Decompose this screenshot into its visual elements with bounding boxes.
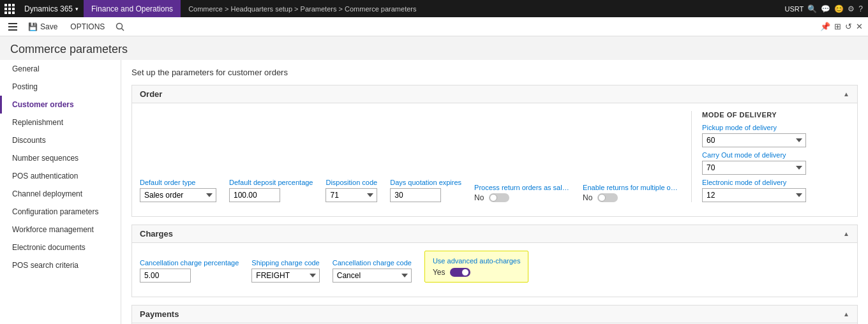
charges-section-header[interactable]: Charges ▲ xyxy=(132,225,857,243)
options-button[interactable]: OPTIONS xyxy=(65,21,110,33)
sidebar: GeneralPostingCustomer ordersReplenishme… xyxy=(0,60,121,324)
svg-line-4 xyxy=(122,28,124,31)
pin-icon[interactable]: 📌 xyxy=(820,22,830,31)
enable-returns-multiple-toggle[interactable] xyxy=(597,193,618,202)
user-label: USRT xyxy=(785,5,804,13)
help-icon[interactable]: ? xyxy=(858,4,863,13)
charges-section-title: Charges xyxy=(140,229,173,239)
mode-of-delivery-section: MODE OF DELIVERY Pickup mode of delivery… xyxy=(691,111,806,202)
default-deposit-pct-field: Default deposit percentage xyxy=(229,179,313,202)
order-chevron-icon: ▲ xyxy=(843,91,849,98)
use-advanced-auto-charges-label: Use advanced auto-charges xyxy=(433,257,521,265)
charges-form-row: Cancellation charge percentage Shipping … xyxy=(140,251,849,283)
use-advanced-auto-charges-value: Yes xyxy=(433,268,445,277)
finance-ops-label: Finance and Operations xyxy=(84,0,181,17)
sidebar-item-posting[interactable]: Posting xyxy=(0,78,121,96)
cancellation-charge-code-select[interactable]: Cancel xyxy=(333,269,412,283)
process-return-orders-toggle-wrap: No xyxy=(474,193,570,202)
default-deposit-pct-input[interactable] xyxy=(229,188,280,202)
charges-section: Charges ▲ Cancellation charge percentage… xyxy=(131,225,858,297)
pickup-mode-select[interactable]: 60 xyxy=(702,133,806,147)
sidebar-item-replenishment[interactable]: Replenishment xyxy=(0,114,121,131)
sidebar-item-channel-deployment[interactable]: Channel deployment xyxy=(0,185,121,203)
process-return-orders-toggle[interactable] xyxy=(489,193,509,202)
sidebar-item-pos-authentication[interactable]: POS authentication xyxy=(0,167,121,185)
cancellation-charge-pct-input[interactable] xyxy=(140,269,191,283)
order-section-title: Order xyxy=(140,89,162,99)
second-bar-search[interactable] xyxy=(112,19,128,34)
top-bar-actions: USRT 🔍 💬 😊 ⚙ ? xyxy=(785,4,868,13)
chat-icon[interactable]: 💬 xyxy=(821,4,830,13)
disposition-code-select[interactable]: 71 xyxy=(326,188,377,202)
cancellation-charge-pct-label: Cancellation charge percentage xyxy=(140,259,239,267)
order-section: Order ▲ Default order type Sales order D… xyxy=(131,85,858,217)
mode-delivery-title: MODE OF DELIVERY xyxy=(702,111,806,119)
sidebar-item-electronic-documents[interactable]: Electronic documents xyxy=(0,239,121,256)
breadcrumb: Commerce > Headquarters setup > Paramete… xyxy=(181,5,784,13)
pickup-mode-label: Pickup mode of delivery xyxy=(702,124,806,131)
content-area: Set up the parameters for customer order… xyxy=(121,60,868,324)
page-title: Commerce parameters xyxy=(0,36,868,60)
disposition-code-field: Disposition code 71 xyxy=(326,179,377,202)
carry-out-mode-label: Carry Out mode of delivery xyxy=(702,151,806,159)
charges-chevron-icon: ▲ xyxy=(843,230,849,237)
charges-section-body: Cancellation charge percentage Shipping … xyxy=(132,243,857,297)
office-icon[interactable]: ⊞ xyxy=(834,22,841,31)
dynamics365-label[interactable]: Dynamics 365 ▾ xyxy=(19,0,84,17)
days-quotation-expires-input[interactable] xyxy=(390,188,441,202)
cancellation-charge-pct-field: Cancellation charge percentage xyxy=(140,259,239,283)
shipping-charge-code-field: Shipping charge code FREIGHT xyxy=(251,259,319,283)
face-icon[interactable]: 😊 xyxy=(834,4,844,13)
save-icon: 💾 xyxy=(28,22,38,31)
waffle-icon[interactable] xyxy=(0,0,19,17)
default-deposit-pct-label: Default deposit percentage xyxy=(229,179,313,186)
order-form-row1: Default order type Sales order Default d… xyxy=(140,111,849,202)
brand-area: Dynamics 365 ▾ Finance and Operations xyxy=(0,0,181,17)
dynamics365-text: Dynamics 365 xyxy=(24,4,73,13)
top-bar: Dynamics 365 ▾ Finance and Operations Co… xyxy=(0,0,868,17)
cancellation-charge-code-field: Cancellation charge code Cancel xyxy=(333,259,412,283)
sidebar-item-workforce-management[interactable]: Workforce management xyxy=(0,221,121,239)
svg-rect-1 xyxy=(8,26,17,27)
cancellation-charge-code-label: Cancellation charge code xyxy=(333,259,412,267)
process-return-orders-field: Process return orders as sales o... No xyxy=(474,184,570,202)
default-order-type-select[interactable]: Sales order xyxy=(140,188,216,202)
payments-section-title: Payments xyxy=(140,309,179,319)
process-return-orders-value: No xyxy=(474,193,484,202)
sidebar-item-customer-orders[interactable]: Customer orders xyxy=(0,96,121,114)
sidebar-item-number-sequences[interactable]: Number sequences xyxy=(0,149,121,167)
payments-chevron-icon: ▲ xyxy=(843,311,849,318)
svg-point-3 xyxy=(117,23,123,29)
use-advanced-auto-charges-toggle[interactable] xyxy=(450,268,470,277)
carry-out-mode-select[interactable]: 70 xyxy=(702,161,806,175)
settings-icon[interactable]: ⚙ xyxy=(848,4,855,13)
carry-out-mode-field: Carry Out mode of delivery 70 xyxy=(702,151,806,175)
chevron-icon: ▾ xyxy=(75,6,79,12)
content-subtitle: Set up the parameters for customer order… xyxy=(131,68,858,77)
disposition-code-label: Disposition code xyxy=(326,179,377,186)
close-icon[interactable]: ✕ xyxy=(856,22,863,31)
shipping-charge-code-select[interactable]: FREIGHT xyxy=(251,269,319,283)
page-container: Commerce parameters GeneralPostingCustom… xyxy=(0,36,868,324)
svg-rect-0 xyxy=(8,23,17,24)
enable-returns-multiple-label: Enable returns for multiple orders xyxy=(583,184,678,191)
refresh-icon[interactable]: ↺ xyxy=(845,22,852,31)
sidebar-item-general[interactable]: General xyxy=(0,60,121,78)
sidebar-item-discounts[interactable]: Discounts xyxy=(0,131,121,149)
save-button[interactable]: 💾 Save xyxy=(23,21,63,33)
sidebar-item-pos-search-criteria[interactable]: POS search criteria xyxy=(0,256,121,274)
payments-section-header[interactable]: Payments ▲ xyxy=(132,306,857,323)
enable-returns-multiple-toggle-wrap: No xyxy=(583,193,678,202)
search-icon[interactable]: 🔍 xyxy=(807,4,817,13)
sidebar-item-configuration-parameters[interactable]: Configuration parameters xyxy=(0,203,121,221)
default-order-type-field: Default order type Sales order xyxy=(140,179,216,202)
enable-returns-multiple-value: No xyxy=(583,193,592,202)
days-quotation-expires-field: Days quotation expires xyxy=(390,179,461,202)
main-layout: GeneralPostingCustomer ordersReplenishme… xyxy=(0,60,868,324)
payments-section: Payments ▲ Terms of payment CreditCard M… xyxy=(131,305,858,324)
hamburger-icon[interactable] xyxy=(5,19,20,34)
shipping-charge-code-label: Shipping charge code xyxy=(251,259,319,267)
order-section-header[interactable]: Order ▲ xyxy=(132,85,857,103)
electronic-mode-select[interactable]: 12 xyxy=(702,188,806,202)
svg-rect-2 xyxy=(8,29,17,31)
